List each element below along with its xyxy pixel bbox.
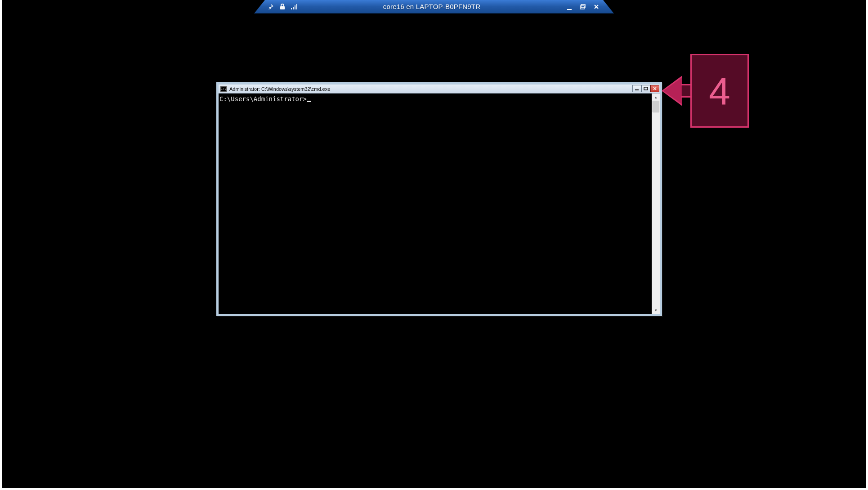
cmd-terminal-body[interactable]: C:\Users\Administrator> bbox=[219, 94, 652, 314]
annotation-callout-box: 4 bbox=[690, 54, 749, 128]
cmd-icon: C:\ bbox=[220, 86, 227, 92]
svg-rect-5 bbox=[567, 9, 572, 10]
rdp-bar-left-icons bbox=[255, 3, 298, 10]
pin-icon[interactable] bbox=[267, 3, 274, 10]
rdp-bar-title: core16 en LAPTOP-B0PFN9TR bbox=[298, 3, 566, 10]
rdp-connection-bar: core16 en LAPTOP-B0PFN9TR bbox=[254, 0, 614, 13]
annotation-arrow-head bbox=[663, 77, 682, 104]
rdp-restore-button[interactable] bbox=[579, 3, 586, 10]
scroll-thumb[interactable] bbox=[653, 101, 659, 112]
signal-icon bbox=[291, 3, 298, 10]
svg-rect-9 bbox=[644, 87, 648, 90]
cmd-window-title: Administrator: C:\Windows\system32\cmd.e… bbox=[229, 86, 330, 92]
cmd-scrollbar[interactable]: ▴ ▾ bbox=[652, 94, 660, 314]
svg-rect-2 bbox=[293, 7, 294, 9]
svg-rect-0 bbox=[280, 6, 285, 9]
rdp-close-button[interactable] bbox=[593, 3, 600, 10]
cmd-window[interactable]: C:\ Administrator: C:\Windows\system32\c… bbox=[216, 82, 662, 316]
annotation-number: 4 bbox=[709, 69, 730, 113]
scroll-down-arrow-icon[interactable]: ▾ bbox=[652, 307, 660, 314]
cmd-window-controls bbox=[632, 85, 659, 92]
rdp-bar-window-controls bbox=[566, 3, 613, 10]
rdp-minimize-button[interactable] bbox=[566, 3, 573, 10]
scroll-up-arrow-icon[interactable]: ▴ bbox=[652, 94, 660, 101]
cmd-titlebar[interactable]: C:\ Administrator: C:\Windows\system32\c… bbox=[219, 85, 660, 94]
svg-rect-8 bbox=[635, 89, 639, 90]
cmd-prompt-text: C:\Users\Administrator> bbox=[219, 95, 307, 102]
remote-desktop-viewport: core16 en LAPTOP-B0PFN9TR C:\ Administra… bbox=[2, 0, 866, 488]
lock-icon bbox=[279, 3, 286, 10]
svg-rect-4 bbox=[296, 4, 297, 9]
svg-rect-1 bbox=[291, 8, 292, 9]
cmd-close-button[interactable] bbox=[650, 85, 659, 92]
cmd-maximize-button[interactable] bbox=[641, 85, 650, 92]
cmd-cursor bbox=[307, 101, 311, 102]
svg-rect-3 bbox=[295, 5, 295, 9]
cmd-minimize-button[interactable] bbox=[632, 85, 641, 92]
scroll-track[interactable] bbox=[652, 101, 660, 307]
